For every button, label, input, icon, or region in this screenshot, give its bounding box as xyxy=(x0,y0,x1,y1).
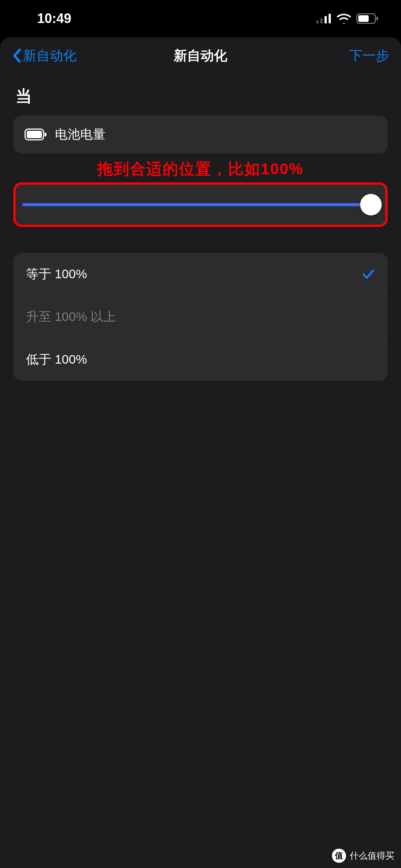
svg-rect-9 xyxy=(45,133,46,136)
svg-rect-0 xyxy=(316,20,319,23)
page-title: 新自动化 xyxy=(174,47,227,65)
battery-status-icon xyxy=(356,13,379,24)
trigger-row: 电池电量 xyxy=(13,116,388,153)
svg-rect-6 xyxy=(376,17,378,20)
wifi-icon xyxy=(336,13,351,24)
svg-rect-2 xyxy=(325,16,327,23)
slider-card xyxy=(13,182,388,227)
battery-level-slider[interactable] xyxy=(22,203,379,206)
option-equals[interactable]: 等于 100% xyxy=(13,253,388,296)
chevron-left-icon xyxy=(12,48,22,63)
cellular-icon xyxy=(316,14,331,23)
slider-thumb[interactable] xyxy=(360,194,382,215)
watermark-badge: 值 xyxy=(332,849,346,863)
watermark-text: 什么值得买 xyxy=(350,850,394,862)
status-time: 10:49 xyxy=(37,11,71,26)
status-icons xyxy=(316,13,379,24)
nav-bar: 新自动化 新自动化 下一步 xyxy=(0,37,401,74)
checkmark-icon xyxy=(362,267,375,281)
content: 当 电池电量 拖到合适的位置，比如100% 等于 100% xyxy=(0,85,401,381)
trigger-card: 电池电量 xyxy=(13,116,388,153)
status-bar: 10:49 xyxy=(0,0,401,37)
next-button[interactable]: 下一步 xyxy=(349,47,389,65)
battery-icon xyxy=(25,129,47,140)
options-card: 等于 100% 升至 100% 以上 低于 100% xyxy=(13,253,388,381)
svg-rect-8 xyxy=(27,131,42,138)
option-label: 等于 100% xyxy=(26,266,87,283)
option-label: 低于 100% xyxy=(26,351,87,368)
option-label: 升至 100% 以上 xyxy=(26,308,116,325)
modal-sheet: 新自动化 新自动化 下一步 当 电池电量 拖到合适的位置，比如100% xyxy=(0,37,401,868)
watermark: 值 什么值得买 xyxy=(332,849,394,863)
trigger-label: 电池电量 xyxy=(55,126,105,143)
svg-rect-5 xyxy=(358,15,369,22)
annotation-text: 拖到合适的位置，比如100% xyxy=(13,159,388,179)
section-when-header: 当 xyxy=(16,85,388,107)
svg-rect-1 xyxy=(320,18,323,23)
option-falls-below[interactable]: 低于 100% xyxy=(13,338,388,381)
back-label: 新自动化 xyxy=(23,47,76,65)
svg-rect-3 xyxy=(329,14,331,23)
back-button[interactable]: 新自动化 xyxy=(12,47,76,65)
option-rises-above: 升至 100% 以上 xyxy=(13,296,388,338)
